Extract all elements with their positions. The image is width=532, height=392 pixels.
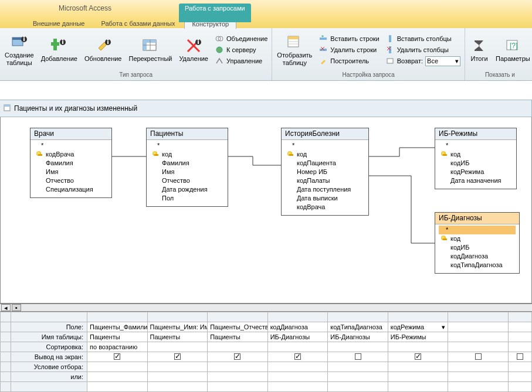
field-kod[interactable]: код <box>284 150 366 159</box>
svg-rect-28 <box>320 38 327 40</box>
field-star[interactable]: * <box>33 141 109 150</box>
field-kodpatient[interactable]: кодПациента <box>284 159 366 168</box>
show-checkbox[interactable] <box>114 353 120 360</box>
parameters-button[interactable]: [?] Параметры <box>493 35 532 64</box>
builder-button[interactable]: Построитель <box>317 56 381 66</box>
cell-table[interactable]: Пациенты <box>208 332 268 342</box>
field-koddiagnosis[interactable]: кодДиагноза <box>438 252 517 261</box>
cell-field[interactable]: кодТипаДиагноза <box>328 322 388 332</box>
show-checkbox[interactable] <box>294 353 301 360</box>
make-table-button[interactable]: Создание таблицы <box>2 32 36 68</box>
field-gender[interactable]: Пол <box>149 194 225 203</box>
field-koddiagnosistype[interactable]: кодТипаДиагноза <box>438 261 517 270</box>
field-admit-date[interactable]: Дата поступления <box>284 185 366 194</box>
cell-sort[interactable] <box>388 342 448 352</box>
cell-table[interactable]: ИБ-Диагнозы <box>328 332 388 342</box>
group-label-show: Показать и <box>467 70 532 79</box>
cell-sort[interactable] <box>448 342 509 352</box>
table-doctors[interactable]: Врачи * кодВрача Фамилия Имя Отчество Сп… <box>30 128 112 198</box>
show-table-icon <box>285 33 304 52</box>
field-kodregime[interactable]: кодРежима <box>438 168 514 176</box>
field-kodvracha[interactable]: кодВрача <box>33 150 109 159</box>
scroll-marker-icon[interactable]: ▪ <box>12 304 21 311</box>
return-combo[interactable]: Все▾ <box>425 56 460 66</box>
show-checkbox[interactable] <box>415 353 421 360</box>
field-firstname[interactable]: Имя <box>149 168 225 176</box>
pane-splitter[interactable]: ◂ ▪ <box>0 304 532 312</box>
cell-sort[interactable] <box>208 342 268 352</box>
insert-rows-button[interactable]: Вставить строки <box>317 33 381 44</box>
show-checkbox[interactable] <box>355 353 361 360</box>
cell-sort[interactable] <box>328 342 388 352</box>
cell-field[interactable]: кодРежима ▾ <box>388 322 448 332</box>
cell-table[interactable]: ИБ-Режимы <box>388 332 448 342</box>
cell-sort[interactable] <box>147 342 208 352</box>
field-ib-number[interactable]: Номер ИБ <box>284 168 366 176</box>
svg-text:[?]: [?] <box>510 42 517 50</box>
query-tab-header[interactable]: Пациенты и их диагнозы измененный <box>0 100 532 117</box>
field-kodward[interactable]: кодПалаты <box>284 176 366 185</box>
svg-point-23 <box>216 47 222 53</box>
field-firstname[interactable]: Имя <box>33 168 109 176</box>
return-icon <box>385 56 395 66</box>
field-kodib[interactable]: кодИБ <box>438 159 514 168</box>
field-star[interactable]: * <box>284 141 366 150</box>
passthrough-button[interactable]: К серверу <box>213 45 269 55</box>
field-star[interactable]: * <box>149 141 225 150</box>
table-diagnoses[interactable]: ИБ-Диагнозы * код кодИБ кодДиагноза кодТ… <box>435 212 520 274</box>
append-button[interactable]: Добавление <box>39 35 80 64</box>
field-kod[interactable]: код <box>438 150 514 159</box>
totals-button[interactable]: Итоги <box>467 35 491 64</box>
delete-button[interactable]: Удаление <box>177 35 211 64</box>
field-discharge-date[interactable]: Дата выписки <box>284 194 366 203</box>
table-history[interactable]: ИсторияБолезни * код кодПациента Номер И… <box>281 128 369 216</box>
field-kodib[interactable]: кодИБ <box>438 243 517 252</box>
delete-cols-button[interactable]: Удалить столбцы <box>384 45 462 55</box>
show-checkbox[interactable] <box>475 353 482 360</box>
cell-field[interactable] <box>448 322 509 332</box>
field-assign-date[interactable]: Дата назначения <box>438 176 514 185</box>
update-button[interactable]: Обновление <box>82 35 124 64</box>
cell-field[interactable]: Пациенты_Фамилия: <box>87 322 148 332</box>
table-patients[interactable]: Пациенты * код Фамилия Имя Отчество Дата… <box>146 128 228 207</box>
field-specialization[interactable]: Специализация <box>33 185 109 194</box>
insert-cols-button[interactable]: Вставить столбцы <box>384 33 462 44</box>
cell-field[interactable]: Пациенты_Отчество <box>208 322 268 332</box>
cell-field[interactable]: кодДиагноза <box>267 322 328 332</box>
show-checkbox[interactable] <box>174 353 181 360</box>
union-button[interactable]: Объединение <box>213 33 269 44</box>
diagram-pane[interactable]: Врачи * кодВрача Фамилия Имя Отчество Сп… <box>0 117 532 304</box>
cell-table[interactable] <box>448 332 509 342</box>
field-lastname[interactable]: Фамилия <box>33 159 109 168</box>
show-checkbox[interactable] <box>517 353 523 360</box>
field-lastname[interactable]: Фамилия <box>149 159 225 168</box>
tab-database-tools[interactable]: Работа с базами данных <box>94 19 182 28</box>
cell-table[interactable]: Пациенты <box>147 332 208 342</box>
cell-sort[interactable]: по возрастанию <box>87 342 148 352</box>
field-patronymic[interactable]: Отчество <box>33 176 109 185</box>
chevron-down-icon[interactable]: ▾ <box>442 323 445 331</box>
show-checkbox[interactable] <box>234 353 240 360</box>
field-star[interactable]: * <box>438 141 514 150</box>
scroll-left-icon[interactable]: ◂ <box>1 304 11 311</box>
crosstab-button[interactable]: Перекрестный <box>126 35 174 64</box>
qbe-grid[interactable]: Поле: Пациенты_Фамилия: Пациенты_Имя: Им… <box>0 312 532 392</box>
datadef-button[interactable]: Управление <box>213 56 269 66</box>
field-koddoctor[interactable]: кодВрача <box>284 203 366 212</box>
field-patronymic[interactable]: Отчество <box>149 176 225 185</box>
delete-cols-icon <box>385 45 395 54</box>
cell-field[interactable]: Пациенты_Имя: Имя <box>147 322 208 332</box>
field-kod[interactable]: код <box>149 150 225 159</box>
svg-rect-32 <box>389 35 391 42</box>
field-kod[interactable]: код <box>438 234 517 243</box>
cell-table[interactable]: Пациенты <box>87 332 148 342</box>
show-table-button[interactable]: Отобразить таблицу <box>275 32 314 68</box>
table-regimes[interactable]: ИБ-Режимы * код кодИБ кодРежима Дата наз… <box>435 128 517 189</box>
field-birthdate[interactable]: Дата рождения <box>149 185 225 194</box>
datadef-icon <box>215 56 224 66</box>
cell-sort[interactable] <box>267 342 328 352</box>
field-star[interactable]: * <box>439 226 516 234</box>
cell-table[interactable]: ИБ-Диагнозы <box>267 332 328 342</box>
tab-external-data[interactable]: Внешние данные <box>26 19 92 28</box>
delete-rows-button[interactable]: Удалить строки <box>317 45 381 55</box>
